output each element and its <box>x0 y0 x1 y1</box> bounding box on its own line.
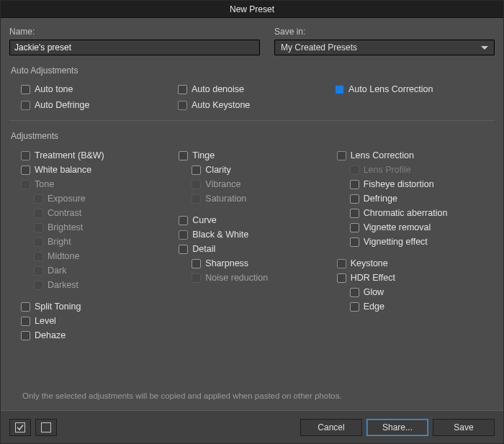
vignette-removal-label: Vignette removal <box>364 222 431 233</box>
bright-label: Bright <box>48 236 71 248</box>
chevron-down-icon <box>481 46 488 50</box>
cancel-button[interactable]: Cancel <box>300 419 362 436</box>
dehaze-label: Dehaze <box>35 330 66 341</box>
edge-label: Edge <box>364 301 384 312</box>
lens-correction-checkbox[interactable] <box>337 151 346 160</box>
check-all-button[interactable] <box>9 419 31 436</box>
brightest-checkbox[interactable] <box>34 223 43 232</box>
detail-label: Detail <box>192 243 215 255</box>
curve-label: Curve <box>192 214 216 226</box>
chromatic-aberration-label: Chromatic aberration <box>364 207 448 219</box>
lens-profile-label: Lens Profile <box>364 164 411 176</box>
detail-checkbox[interactable] <box>179 245 188 254</box>
uncheck-all-button[interactable] <box>35 419 57 436</box>
bright-checkbox[interactable] <box>34 237 43 247</box>
clarity-checkbox[interactable] <box>192 166 201 175</box>
auto-keystone-label: Auto Keystone <box>192 99 250 111</box>
dialog-window: New Preset Name: Save in: My Created Pre… <box>0 0 504 444</box>
name-input[interactable] <box>9 40 260 55</box>
dark-checkbox[interactable] <box>34 266 43 276</box>
tone-label: Tone <box>35 178 54 190</box>
white-balance-checkbox[interactable] <box>21 166 30 175</box>
saturation-label: Saturation <box>205 193 246 204</box>
brightest-label: Brightest <box>48 222 83 233</box>
lens-correction-label: Lens Correction <box>351 150 414 161</box>
auto-lens-correction-label: Auto Lens Correction <box>348 83 433 95</box>
dehaze-checkbox[interactable] <box>21 331 30 340</box>
level-label: Level <box>35 315 56 327</box>
footnote: Only the selected adjustments will be co… <box>9 386 342 400</box>
noise-reduction-checkbox[interactable] <box>192 273 201 283</box>
savein-label: Save in: <box>274 27 495 37</box>
keystone-label: Keystone <box>351 258 388 269</box>
keystone-checkbox[interactable] <box>337 259 346 268</box>
edge-checkbox[interactable] <box>350 302 359 312</box>
treatment-bw-checkbox[interactable] <box>21 151 30 160</box>
glow-label: Glow <box>364 286 384 298</box>
sharpness-label: Sharpness <box>205 258 248 269</box>
dark-label: Dark <box>48 265 66 276</box>
clarity-label: Clarity <box>205 164 230 176</box>
auto-tone-label: Auto tone <box>35 83 73 95</box>
fisheye-distortion-checkbox[interactable] <box>350 180 359 189</box>
hdr-effect-checkbox[interactable] <box>337 273 346 283</box>
vignetting-effect-checkbox[interactable] <box>350 237 359 247</box>
lens-profile-checkbox[interactable] <box>350 166 359 175</box>
titlebar: New Preset <box>1 1 503 18</box>
auto-lens-correction-checkbox[interactable] <box>335 85 344 94</box>
window-title: New Preset <box>230 4 274 14</box>
auto-tone-checkbox[interactable] <box>21 85 30 94</box>
sharpness-checkbox[interactable] <box>192 259 201 268</box>
tinge-checkbox[interactable] <box>179 151 188 160</box>
auto-keystone-checkbox[interactable] <box>178 101 187 110</box>
footer: Cancel Share... Save <box>1 410 503 443</box>
vibrance-checkbox[interactable] <box>192 180 201 189</box>
treatment-bw-label: Treatment (B&W) <box>35 150 104 161</box>
section-adjustments: Adjustments <box>9 121 495 147</box>
black-white-label: Black & White <box>192 229 248 240</box>
defringe-label: Defringe <box>364 193 397 204</box>
save-button[interactable]: Save <box>433 419 495 436</box>
split-toning-checkbox[interactable] <box>21 302 30 312</box>
auto-denoise-label: Auto denoise <box>192 83 244 95</box>
auto-denoise-checkbox[interactable] <box>178 85 187 94</box>
name-label: Name: <box>9 27 260 37</box>
vignette-removal-checkbox[interactable] <box>350 223 359 232</box>
tinge-label: Tinge <box>192 150 215 161</box>
noise-reduction-label: Noise reduction <box>205 272 268 284</box>
svg-rect-1 <box>42 422 51 432</box>
level-checkbox[interactable] <box>21 317 30 326</box>
auto-defringe-label: Auto Defringe <box>35 99 89 111</box>
exposure-label: Exposure <box>48 193 86 204</box>
black-white-checkbox[interactable] <box>179 230 188 240</box>
fisheye-distortion-label: Fisheye distortion <box>364 178 434 190</box>
savein-dropdown[interactable]: My Created Presets <box>274 40 495 55</box>
midtone-checkbox[interactable] <box>34 252 43 261</box>
darkest-label: Darkest <box>48 279 78 291</box>
vignetting-effect-label: Vignetting effect <box>364 236 428 248</box>
contrast-label: Contrast <box>48 207 81 219</box>
vibrance-label: Vibrance <box>205 178 240 190</box>
hdr-effect-label: HDR Effect <box>351 272 395 284</box>
contrast-checkbox[interactable] <box>34 209 43 218</box>
share-button[interactable]: Share... <box>366 419 428 436</box>
midtone-label: Midtone <box>48 250 79 262</box>
svg-rect-0 <box>16 422 25 432</box>
darkest-checkbox[interactable] <box>34 281 43 290</box>
savein-selected: My Created Presets <box>281 42 357 53</box>
section-auto-adjustments: Auto Adjustments <box>9 55 495 81</box>
split-toning-label: Split Toning <box>35 301 81 312</box>
auto-defringe-checkbox[interactable] <box>21 101 30 110</box>
white-balance-label: White balance <box>35 164 91 176</box>
exposure-checkbox[interactable] <box>34 194 43 204</box>
curve-checkbox[interactable] <box>179 216 188 225</box>
defringe-checkbox[interactable] <box>350 194 359 204</box>
saturation-checkbox[interactable] <box>192 194 201 204</box>
glow-checkbox[interactable] <box>350 288 359 297</box>
tone-checkbox[interactable] <box>21 180 30 189</box>
dialog-body: Name: Save in: My Created Presets Auto A… <box>1 18 503 410</box>
chromatic-aberration-checkbox[interactable] <box>350 209 359 218</box>
